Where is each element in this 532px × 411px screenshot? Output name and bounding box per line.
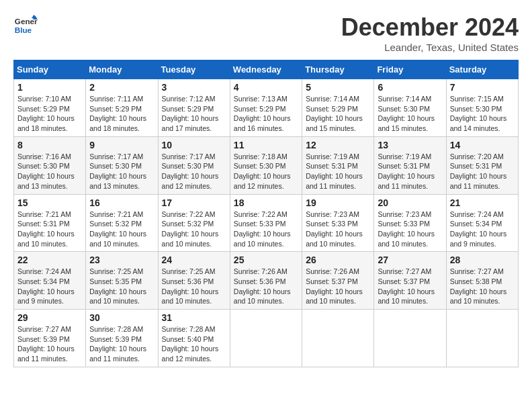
day-number: 18	[234, 197, 298, 208]
calendar-cell: 5 Sunrise: 7:14 AMSunset: 5:29 PMDayligh…	[302, 79, 374, 137]
week-row-4: 22 Sunrise: 7:24 AMSunset: 5:34 PMDaylig…	[14, 252, 519, 310]
calendar-cell	[374, 310, 446, 367]
day-number: 7	[450, 82, 515, 93]
calendar-cell: 10 Sunrise: 7:17 AMSunset: 5:30 PMDaylig…	[158, 136, 230, 194]
calendar-cell: 22 Sunrise: 7:24 AMSunset: 5:34 PMDaylig…	[14, 252, 86, 310]
weekday-header-row: SundayMondayTuesdayWednesdayThursdayFrid…	[14, 60, 519, 79]
day-number: 11	[234, 140, 298, 150]
calendar-cell: 24 Sunrise: 7:25 AMSunset: 5:36 PMDaylig…	[158, 252, 230, 310]
day-info: Sunrise: 7:24 AMSunset: 5:34 PMDaylight:…	[17, 267, 75, 305]
calendar-cell: 18 Sunrise: 7:22 AMSunset: 5:33 PMDaylig…	[230, 194, 302, 252]
logo: General Blue	[13, 13, 38, 38]
day-info: Sunrise: 7:27 AMSunset: 5:37 PMDaylight:…	[378, 267, 435, 305]
day-number: 27	[378, 255, 442, 265]
calendar-cell: 13 Sunrise: 7:19 AMSunset: 5:31 PMDaylig…	[374, 136, 446, 194]
calendar-cell: 17 Sunrise: 7:22 AMSunset: 5:32 PMDaylig…	[158, 194, 230, 252]
day-info: Sunrise: 7:18 AMSunset: 5:30 PMDaylight:…	[234, 152, 291, 190]
calendar-cell: 25 Sunrise: 7:26 AMSunset: 5:36 PMDaylig…	[230, 252, 302, 310]
day-number: 30	[89, 312, 154, 323]
logo-icon: General Blue	[13, 13, 38, 38]
day-number: 12	[306, 140, 370, 150]
day-number: 5	[306, 82, 370, 93]
calendar-cell: 30 Sunrise: 7:28 AMSunset: 5:39 PMDaylig…	[86, 310, 158, 367]
day-info: Sunrise: 7:23 AMSunset: 5:33 PMDaylight:…	[306, 210, 363, 248]
day-info: Sunrise: 7:12 AMSunset: 5:29 PMDaylight:…	[162, 95, 219, 132]
calendar-cell: 7 Sunrise: 7:15 AMSunset: 5:30 PMDayligh…	[446, 79, 518, 137]
day-info: Sunrise: 7:26 AMSunset: 5:36 PMDaylight:…	[234, 267, 291, 305]
calendar-cell: 11 Sunrise: 7:18 AMSunset: 5:30 PMDaylig…	[230, 136, 302, 194]
calendar-cell: 9 Sunrise: 7:17 AMSunset: 5:30 PMDayligh…	[86, 136, 158, 194]
calendar-cell: 31 Sunrise: 7:28 AMSunset: 5:40 PMDaylig…	[158, 310, 230, 367]
day-number: 19	[306, 197, 370, 208]
day-info: Sunrise: 7:16 AMSunset: 5:30 PMDaylight:…	[17, 152, 75, 190]
day-info: Sunrise: 7:28 AMSunset: 5:40 PMDaylight:…	[162, 325, 219, 363]
weekday-header-tuesday: Tuesday	[158, 60, 230, 79]
day-info: Sunrise: 7:21 AMSunset: 5:32 PMDaylight:…	[89, 210, 146, 248]
calendar-cell	[446, 310, 518, 367]
day-info: Sunrise: 7:23 AMSunset: 5:33 PMDaylight:…	[378, 210, 435, 248]
svg-text:Blue: Blue	[15, 26, 32, 34]
day-info: Sunrise: 7:28 AMSunset: 5:39 PMDaylight:…	[89, 325, 146, 363]
day-number: 10	[162, 140, 226, 150]
calendar-cell: 12 Sunrise: 7:19 AMSunset: 5:31 PMDaylig…	[302, 136, 374, 194]
day-number: 6	[378, 82, 442, 93]
day-number: 22	[17, 255, 82, 265]
calendar-cell: 19 Sunrise: 7:23 AMSunset: 5:33 PMDaylig…	[302, 194, 374, 252]
day-info: Sunrise: 7:22 AMSunset: 5:33 PMDaylight:…	[234, 210, 291, 248]
day-info: Sunrise: 7:26 AMSunset: 5:37 PMDaylight:…	[306, 267, 363, 305]
calendar-cell: 6 Sunrise: 7:14 AMSunset: 5:30 PMDayligh…	[374, 79, 446, 137]
day-info: Sunrise: 7:13 AMSunset: 5:29 PMDaylight:…	[234, 95, 291, 132]
day-info: Sunrise: 7:10 AMSunset: 5:29 PMDaylight:…	[17, 95, 75, 132]
calendar-cell: 21 Sunrise: 7:24 AMSunset: 5:34 PMDaylig…	[446, 194, 518, 252]
calendar-cell: 3 Sunrise: 7:12 AMSunset: 5:29 PMDayligh…	[158, 79, 230, 137]
day-number: 14	[450, 140, 515, 150]
day-number: 13	[378, 140, 442, 150]
weekday-header-wednesday: Wednesday	[230, 60, 302, 79]
day-number: 3	[162, 82, 226, 93]
calendar-cell: 2 Sunrise: 7:11 AMSunset: 5:29 PMDayligh…	[86, 79, 158, 137]
location-title: Leander, Texas, United States	[341, 42, 519, 53]
title-area: December 2024 Leander, Texas, United Sta…	[341, 13, 519, 53]
day-info: Sunrise: 7:24 AMSunset: 5:34 PMDaylight:…	[450, 210, 507, 248]
day-info: Sunrise: 7:14 AMSunset: 5:30 PMDaylight:…	[378, 95, 435, 132]
day-number: 2	[89, 82, 154, 93]
day-info: Sunrise: 7:27 AMSunset: 5:38 PMDaylight:…	[450, 267, 507, 305]
day-number: 21	[450, 197, 515, 208]
page-header: General Blue December 2024 Leander, Texa…	[13, 13, 519, 53]
day-number: 8	[17, 140, 82, 150]
day-number: 16	[89, 197, 154, 208]
calendar-cell: 16 Sunrise: 7:21 AMSunset: 5:32 PMDaylig…	[86, 194, 158, 252]
day-number: 15	[17, 197, 82, 208]
calendar-cell: 26 Sunrise: 7:26 AMSunset: 5:37 PMDaylig…	[302, 252, 374, 310]
calendar-cell: 29 Sunrise: 7:27 AMSunset: 5:39 PMDaylig…	[14, 310, 86, 367]
calendar-body: 1 Sunrise: 7:10 AMSunset: 5:29 PMDayligh…	[14, 79, 519, 367]
day-info: Sunrise: 7:15 AMSunset: 5:30 PMDaylight:…	[450, 95, 507, 132]
day-info: Sunrise: 7:25 AMSunset: 5:36 PMDaylight:…	[162, 267, 219, 305]
day-number: 4	[234, 82, 298, 93]
calendar-cell: 14 Sunrise: 7:20 AMSunset: 5:31 PMDaylig…	[446, 136, 518, 194]
week-row-2: 8 Sunrise: 7:16 AMSunset: 5:30 PMDayligh…	[14, 136, 519, 194]
calendar-cell: 20 Sunrise: 7:23 AMSunset: 5:33 PMDaylig…	[374, 194, 446, 252]
day-info: Sunrise: 7:19 AMSunset: 5:31 PMDaylight:…	[378, 152, 435, 190]
day-number: 23	[89, 255, 154, 265]
calendar-cell	[302, 310, 374, 367]
week-row-5: 29 Sunrise: 7:27 AMSunset: 5:39 PMDaylig…	[14, 310, 519, 367]
day-number: 28	[450, 255, 515, 265]
weekday-header-thursday: Thursday	[302, 60, 374, 79]
day-number: 26	[306, 255, 370, 265]
day-info: Sunrise: 7:22 AMSunset: 5:32 PMDaylight:…	[162, 210, 219, 248]
calendar-cell	[230, 310, 302, 367]
day-number: 1	[17, 82, 82, 93]
day-info: Sunrise: 7:21 AMSunset: 5:31 PMDaylight:…	[17, 210, 75, 248]
day-number: 9	[89, 140, 154, 150]
calendar-cell: 4 Sunrise: 7:13 AMSunset: 5:29 PMDayligh…	[230, 79, 302, 137]
calendar-table: SundayMondayTuesdayWednesdayThursdayFrid…	[13, 60, 519, 367]
day-info: Sunrise: 7:27 AMSunset: 5:39 PMDaylight:…	[17, 325, 75, 363]
weekday-header-saturday: Saturday	[446, 60, 518, 79]
day-number: 25	[234, 255, 298, 265]
calendar-cell: 23 Sunrise: 7:25 AMSunset: 5:35 PMDaylig…	[86, 252, 158, 310]
calendar-cell: 15 Sunrise: 7:21 AMSunset: 5:31 PMDaylig…	[14, 194, 86, 252]
weekday-header-sunday: Sunday	[14, 60, 86, 79]
week-row-3: 15 Sunrise: 7:21 AMSunset: 5:31 PMDaylig…	[14, 194, 519, 252]
day-info: Sunrise: 7:25 AMSunset: 5:35 PMDaylight:…	[89, 267, 146, 305]
